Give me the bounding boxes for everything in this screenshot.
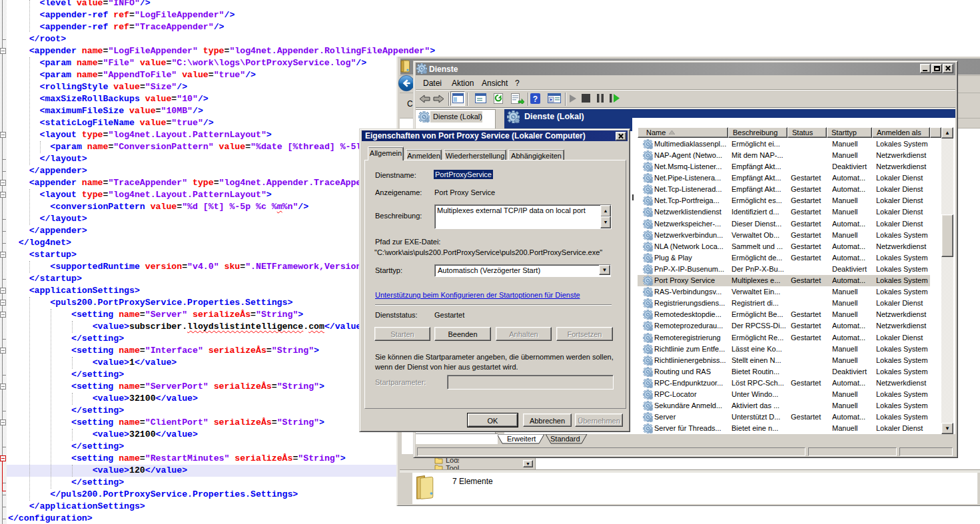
svg-text:?: ? — [533, 95, 538, 104]
